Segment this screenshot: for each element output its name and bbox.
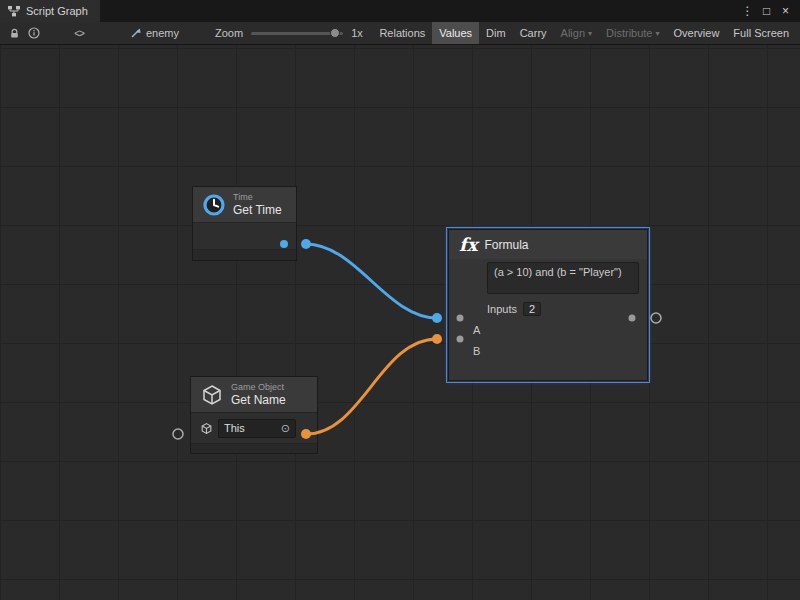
maximize-icon[interactable]: □ [757, 4, 776, 18]
clock-icon [202, 193, 226, 217]
distribute-button[interactable]: Distribute ▾ [599, 22, 666, 44]
graph-name-label: enemy [146, 27, 179, 39]
node-formula-header[interactable]: fx Formula [449, 230, 647, 259]
titlebar-drag-area[interactable] [100, 0, 738, 22]
chevron-down-icon: ▾ [588, 29, 592, 38]
edit-source-icon[interactable]: <> [66, 22, 92, 44]
formula-port-row-a[interactable]: A [449, 319, 647, 340]
inputs-count-field[interactable]: 2 [523, 302, 541, 316]
tab-title: Script Graph [26, 5, 88, 17]
align-button[interactable]: Align ▾ [554, 22, 599, 44]
node-category: Game Object [231, 382, 286, 393]
node-get-time-header[interactable]: Time Get Time [193, 187, 296, 222]
inputs-label: Inputs [487, 303, 517, 315]
node-get-name-ports: This ⊙ [191, 412, 317, 443]
object-picker-icon[interactable]: ⊙ [281, 422, 290, 435]
chevron-down-icon: ▾ [656, 29, 660, 38]
target-value: This [224, 422, 245, 434]
get-name-input-port-ring[interactable] [173, 429, 183, 439]
wire-get-time-to-formula-a[interactable] [306, 244, 437, 318]
formula-expression-input[interactable]: (a > 10) and (b = "Player") [487, 262, 639, 294]
formula-port-row-b[interactable]: B [449, 340, 647, 361]
node-get-time[interactable]: Time Get Time [192, 186, 297, 261]
target-object-dropdown[interactable]: This ⊙ [218, 419, 296, 438]
node-formula[interactable]: fx Formula (a > 10) and (b = "Player") I… [448, 229, 648, 381]
window-menu-icon[interactable]: ⋮ [738, 4, 757, 18]
zoom-slider-handle[interactable] [330, 28, 340, 38]
wire-end-dot-blue[interactable] [432, 313, 442, 323]
node-get-name-header[interactable]: Game Object Get Name [191, 377, 317, 412]
node-title: Get Time [233, 203, 282, 217]
graph-breadcrumb[interactable]: enemy [130, 27, 179, 39]
info-icon[interactable] [24, 22, 44, 44]
node-get-time-ports [193, 222, 296, 249]
graph-pointer-icon [130, 27, 142, 39]
graph-canvas[interactable]: Time Get Time fx Formula (a > 10) and (b… [0, 45, 800, 600]
wires-layer [0, 45, 800, 600]
script-graph-window: Script Graph ⋮ □ × <> [0, 0, 800, 600]
lock-icon[interactable] [4, 22, 24, 44]
zoom-label: Zoom [215, 27, 243, 39]
node-title: Get Name [231, 393, 286, 407]
cube-icon [200, 422, 213, 435]
align-label: Align [561, 27, 585, 39]
node-category: Time [233, 192, 282, 203]
node-get-time-footer [193, 249, 296, 260]
relations-button[interactable]: Relations [372, 22, 432, 44]
zoom-slider[interactable] [251, 32, 343, 35]
tab-script-graph[interactable]: Script Graph [0, 0, 100, 22]
node-get-name[interactable]: Game Object Get Name This ⊙ [190, 376, 318, 454]
dim-button[interactable]: Dim [479, 22, 513, 44]
wire-start-dot-blue[interactable] [301, 239, 311, 249]
wire-end-dot-orange[interactable] [432, 334, 442, 344]
values-button[interactable]: Values [432, 22, 479, 44]
carry-button[interactable]: Carry [513, 22, 554, 44]
overview-button[interactable]: Overview [667, 22, 727, 44]
graph-toolbar: <> enemy Zoom 1x Relations Values Dim Ca… [0, 22, 800, 45]
titlebar: Script Graph ⋮ □ × [0, 0, 800, 22]
close-icon[interactable]: × [776, 4, 795, 18]
graph-icon [8, 6, 20, 17]
cube-icon [200, 383, 224, 407]
wire-get-name-to-formula-b[interactable] [306, 339, 437, 434]
formula-fx-icon: fx [459, 234, 477, 255]
port-a-label: A [473, 324, 480, 336]
fullscreen-button[interactable]: Full Screen [726, 22, 796, 44]
port-b-label: B [473, 345, 480, 357]
zoom-value: 1x [351, 27, 363, 39]
node-title: Formula [484, 238, 528, 252]
formula-result-port-ring[interactable] [651, 313, 661, 323]
node-get-name-footer [191, 443, 317, 453]
distribute-label: Distribute [606, 27, 652, 39]
